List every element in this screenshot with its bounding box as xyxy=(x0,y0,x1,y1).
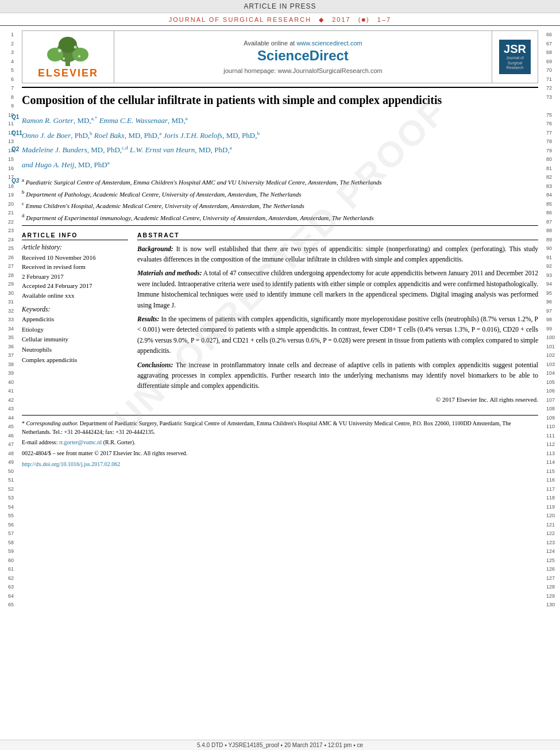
affil-super-c: c xyxy=(22,201,24,206)
issn-line: 0022-4804/$ – see front matter © 2017 El… xyxy=(22,449,538,458)
sciencedirect-link[interactable]: www.sciencedirect.com xyxy=(296,40,362,47)
author-bunders: Madeleine J. Bunders xyxy=(22,146,87,155)
revised-label: Received in revised form xyxy=(22,262,128,272)
doi-line: http://dx.doi.org/10.1016/j.jss.2017.02.… xyxy=(22,460,538,469)
affiliation-c: c Emma Children's Hospital, Academic Med… xyxy=(22,200,538,211)
line-num: 115 xyxy=(546,467,555,476)
line-num: 26 xyxy=(8,253,14,263)
svg-point-8 xyxy=(78,55,80,57)
line-num: 49 xyxy=(8,458,14,467)
line-num: 65 xyxy=(8,601,14,610)
email-label: E-mail address: xyxy=(22,439,57,445)
abstract-column: ABSTRACT Background: It is now well esta… xyxy=(137,232,538,405)
elsevier-wordmark: ELSEVIER xyxy=(38,67,98,79)
article-in-press-banner: ARTICLE IN PRESS xyxy=(0,0,560,13)
line-num: 104 xyxy=(546,369,555,378)
line-num: 92 xyxy=(546,262,552,271)
author-wassenaar-cred: MD, xyxy=(172,116,186,125)
journal-issue: 1–7 xyxy=(377,16,391,23)
author-heij: and Hugo A. Heij xyxy=(22,160,74,169)
doi-link[interactable]: http://dx.doi.org/10.1016/j.jss.2017.02.… xyxy=(22,461,120,467)
line-num: 27 xyxy=(8,262,14,271)
line-num: 125 xyxy=(546,556,555,566)
author-vanheurn: L.W. Ernst van Heurn xyxy=(130,146,195,155)
line-num: 43 xyxy=(8,405,14,414)
keyword-4: Neutrophils xyxy=(22,345,128,355)
line-num: 127 xyxy=(546,574,555,583)
journal-header-logos: ELSEVIER Available online at www.science… xyxy=(22,30,538,83)
line-num: 22 xyxy=(8,218,14,227)
line-num: 11 xyxy=(8,120,14,129)
line-num: 122 xyxy=(546,529,555,539)
jsr-logo-section: JSR Journal ofSurgical Research xyxy=(492,31,538,83)
abstract-conclusions: Conclusions: The increase in proinflamma… xyxy=(137,360,538,391)
author-bakx-cred: MD, PhD, xyxy=(128,131,159,140)
line-num: 64 xyxy=(8,592,14,601)
line-num: 110 xyxy=(546,422,555,432)
line-numbers-right: 66 67 68 69 70 71 72 73 75 76 77 78 79 8… xyxy=(544,26,560,610)
email-link[interactable]: rr.gorter@vumc.nl xyxy=(59,439,102,445)
line-num: 66 xyxy=(546,30,552,40)
line-num: 126 xyxy=(546,565,555,574)
article-info-header: ARTICLE INFO xyxy=(22,232,128,240)
line-num: 32 xyxy=(8,307,14,316)
sciencedirect-logo: ScienceDirect xyxy=(257,48,349,64)
line-num: 83 xyxy=(546,182,552,191)
line-num: 75 xyxy=(546,111,552,120)
background-label: Background: xyxy=(137,245,173,252)
line-num: 129 xyxy=(546,592,555,601)
line-num: 72 xyxy=(546,84,552,93)
affiliation-d: d Department of Experimental immunology,… xyxy=(22,212,538,223)
accepted-date: Accepted 24 February 2017 xyxy=(22,281,128,291)
line-num: 86 xyxy=(546,209,552,218)
conclusions-text: The increase in proinflammatory innate c… xyxy=(137,361,538,390)
line-num: 37 xyxy=(8,351,14,360)
line-num: 116 xyxy=(546,476,555,485)
affiliations-section: Q3 a Paediatric Surgical Centre of Amste… xyxy=(22,176,538,223)
author-gorter-cred: MD, xyxy=(77,116,91,125)
line-num: 41 xyxy=(8,387,14,396)
line-num: 57 xyxy=(8,529,14,539)
article-history-label: Article history: xyxy=(22,244,128,251)
line-num: 38 xyxy=(8,360,14,370)
line-num: 30 xyxy=(8,289,14,298)
two-column-section: ARTICLE INFO Article history: Received 1… xyxy=(22,232,538,405)
line-num: 90 xyxy=(546,244,552,253)
line-num: 19 xyxy=(8,191,14,200)
line-num: 13 xyxy=(8,137,14,147)
line-num: 81 xyxy=(546,164,552,174)
line-num: 124 xyxy=(546,547,555,556)
line-num: 15 xyxy=(8,155,14,164)
line-num: 79 xyxy=(546,147,552,156)
line-num: 108 xyxy=(546,405,555,414)
jsr-box: JSR Journal ofSurgical Research xyxy=(499,40,531,74)
line-num: 20 xyxy=(8,200,14,209)
background-text: It is now well established that there ar… xyxy=(137,245,538,263)
email-name: (R.R. Gorter). xyxy=(103,439,136,445)
line-num: 102 xyxy=(546,351,555,360)
methods-label: Materials and methods: xyxy=(137,270,202,276)
line-num: 1 xyxy=(11,30,14,40)
line-num: 76 xyxy=(546,120,552,129)
line-num: 95 xyxy=(546,289,552,298)
line-num: 93 xyxy=(546,271,552,280)
copyright-line: © 2017 Elsevier Inc. All rights reserved… xyxy=(137,395,538,405)
affiliation-b: b Department of Pathology, Academic Medi… xyxy=(22,189,538,199)
line-num: 51 xyxy=(8,476,14,485)
line-num: 103 xyxy=(546,360,555,370)
line-num: 23 xyxy=(8,226,14,236)
author-gorter: Ramon R. Gorter xyxy=(22,116,74,125)
revised-date: 2 February 2017 xyxy=(22,272,128,282)
q1-marker: Q1 xyxy=(11,114,19,120)
keyword-5: Complex appendicitis xyxy=(22,355,128,366)
jsr-letters: JSR xyxy=(504,43,526,55)
line-num: 50 xyxy=(8,467,14,476)
footer-area: * Corresponding author. Department of Pa… xyxy=(22,415,538,469)
author-vanheurn-cred: MD, PhD, xyxy=(199,146,230,155)
line-num: 99 xyxy=(546,325,552,334)
line-num: 39 xyxy=(8,369,14,378)
line-num: 54 xyxy=(8,503,14,512)
line-num: 16 xyxy=(8,164,14,174)
line-num: 89 xyxy=(546,236,552,245)
line-num: 120 xyxy=(546,511,555,521)
